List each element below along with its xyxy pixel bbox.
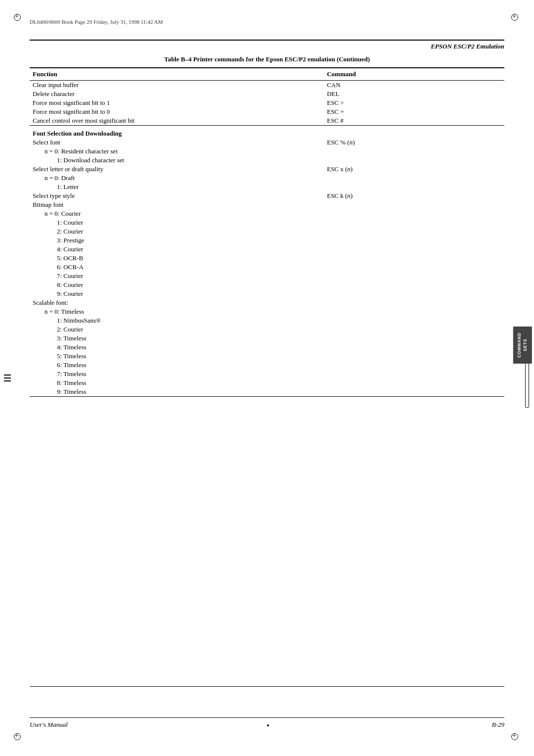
cell-command (324, 245, 504, 254)
col-header-command: Command (324, 68, 504, 81)
cell-function: n = 0: Resident character set (30, 147, 324, 156)
bottom-dot-center (267, 724, 269, 726)
cell-command: ESC # (324, 116, 504, 126)
table-row: Clear input bufferCAN (30, 81, 504, 90)
cell-function: 7: Courier (30, 272, 324, 281)
cell-function: 5: OCR-B (30, 254, 324, 263)
cell-command (324, 147, 504, 156)
cell-function: 3: Prestige (30, 236, 324, 245)
footer-left: User's Manual (30, 721, 68, 729)
table-row: n = 0: Timeless (30, 307, 504, 316)
cell-function: 2: Courier (30, 325, 324, 334)
cell-command (324, 200, 504, 209)
col-header-function: Function (30, 68, 324, 81)
cell-function: Bitmap font (30, 200, 324, 209)
footer-right: B-29 (492, 721, 504, 729)
cell-command (324, 387, 504, 397)
cell-function: Cancel control over most significant bit (30, 116, 324, 126)
cell-function: n = 0: Timeless (30, 307, 324, 316)
cell-function: 3: Timeless (30, 334, 324, 343)
cell-function: 5: Timeless (30, 352, 324, 361)
table-row: 4: Courier (30, 245, 504, 254)
cell-function: 8: Courier (30, 281, 324, 289)
table-row: Delete characterDEL (30, 90, 504, 98)
table-row: 6: OCR-A (30, 263, 504, 272)
cell-command (324, 343, 504, 352)
cell-function: Scalable font: (30, 298, 324, 307)
table-row: 1: NimbusSans® (30, 316, 504, 325)
cell-command (324, 352, 504, 361)
section-divider-top (30, 40, 504, 41)
cell-command (324, 236, 504, 245)
cell-command: CAN (324, 81, 504, 90)
table-row: 1: Download character set (30, 156, 504, 165)
cell-command (324, 370, 504, 378)
cell-function: 6: OCR-A (30, 263, 324, 272)
corner-mark-tl (14, 14, 23, 23)
corner-mark-br (511, 733, 520, 742)
cell-command (324, 254, 504, 263)
table-row: Font Selection and Downloading (30, 126, 504, 139)
cell-function: Force most significant bit to 0 (30, 107, 324, 116)
table-row: Force most significant bit to 0ESC = (30, 107, 504, 116)
cell-command (324, 361, 504, 370)
cell-command (324, 307, 504, 316)
cell-command (324, 183, 504, 191)
corner-mark-tr (511, 14, 520, 23)
side-tab: COMMANDSETS (513, 327, 532, 364)
cell-command (324, 281, 504, 289)
cell-function: 4: Timeless (30, 343, 324, 352)
cell-command (324, 272, 504, 281)
table-row: n = 0: Courier (30, 209, 504, 218)
header-meta: DL6400/6600 Book Page 29 Friday, July 31… (30, 19, 163, 25)
page: DL6400/6600 Book Page 29 Friday, July 31… (0, 0, 534, 756)
table-row: Select fontESC % (n) (30, 138, 504, 147)
cell-function: 4: Courier (30, 245, 324, 254)
cell-command (324, 126, 504, 139)
cell-function: 9: Timeless (30, 387, 324, 397)
cell-command (324, 263, 504, 272)
cell-command (324, 209, 504, 218)
cell-command: ESC k (n) (324, 191, 504, 200)
cell-function: Select font (30, 138, 324, 147)
footer: User's Manual B-29 (30, 717, 504, 729)
side-tab-container: COMMANDSETS (513, 327, 534, 364)
cell-command (324, 325, 504, 334)
meta-text: DL6400/6600 Book Page 29 Friday, July 31… (30, 19, 163, 25)
cell-command (324, 174, 504, 183)
table-row: 2: Courier (30, 325, 504, 334)
cell-function: Select letter or draft quality (30, 165, 324, 174)
section-label: EPSON ESC/P2 Emulation (30, 42, 504, 50)
cell-function: 2: Courier (30, 227, 324, 236)
cell-function: n = 0: Courier (30, 209, 324, 218)
table-row: 4: Timeless (30, 343, 504, 352)
cell-function: 6: Timeless (30, 361, 324, 370)
cell-function: 1: Download character set (30, 156, 324, 165)
table-row: 3: Prestige (30, 236, 504, 245)
cell-function: 9: Courier (30, 289, 324, 298)
cell-function: 8: Timeless (30, 378, 324, 387)
table-row: 8: Timeless (30, 378, 504, 387)
table-row: 7: Courier (30, 272, 504, 281)
cell-function: Force most significant bit to 1 (30, 98, 324, 107)
cell-command (324, 298, 504, 307)
table-row: 1: Letter (30, 183, 504, 191)
cell-function: Clear input buffer (30, 81, 324, 90)
table-row: 1: Courier (30, 218, 504, 227)
table-row: Force most significant bit to 1ESC > (30, 98, 504, 107)
table-row: Select type styleESC k (n) (30, 191, 504, 200)
cell-command (324, 334, 504, 343)
content-separator (30, 686, 504, 687)
table-row: 9: Courier (30, 289, 504, 298)
table-header-row: Function Command (30, 68, 504, 81)
table-row: 5: Timeless (30, 352, 504, 361)
table-row: 2: Courier (30, 227, 504, 236)
cell-function: Font Selection and Downloading (30, 126, 324, 139)
table-row: Select letter or draft qualityESC x (n) (30, 165, 504, 174)
cell-command: DEL (324, 90, 504, 98)
cell-function: 1: Letter (30, 183, 324, 191)
cell-command (324, 156, 504, 165)
cell-command (324, 227, 504, 236)
commands-table: Function Command Clear input bufferCANDe… (30, 67, 504, 397)
table-row: 3: Timeless (30, 334, 504, 343)
